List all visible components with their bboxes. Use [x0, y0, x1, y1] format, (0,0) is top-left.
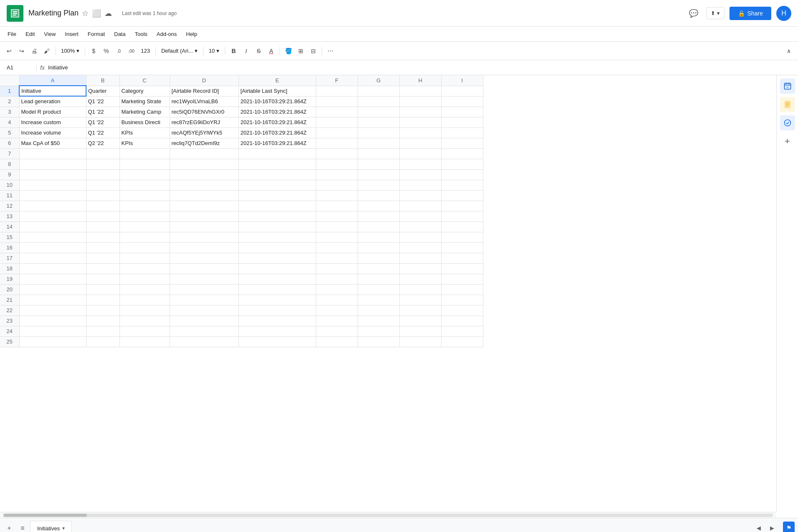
cell-G11[interactable]	[358, 190, 399, 201]
cell-G6[interactable]	[358, 138, 399, 148]
cell-D4[interactable]: rec87rzEG9iiDoYRJ	[170, 117, 239, 127]
menu-insert[interactable]: Insert	[61, 29, 83, 39]
cell-D10[interactable]	[170, 180, 239, 190]
cell-A2[interactable]: Lead generation	[19, 96, 86, 107]
font-family-select[interactable]: Default (Ari... ▾	[158, 45, 201, 57]
cell-B24[interactable]	[86, 326, 119, 336]
cell-C11[interactable]	[119, 190, 170, 201]
cell-C16[interactable]	[119, 242, 170, 253]
cell-H5[interactable]	[399, 127, 441, 138]
cell-C9[interactable]	[119, 169, 170, 180]
cell-D12[interactable]	[170, 201, 239, 211]
cell-I6[interactable]	[441, 138, 483, 148]
cell-F24[interactable]	[316, 326, 358, 336]
cell-E12[interactable]	[239, 201, 316, 211]
cell-D21[interactable]	[170, 295, 239, 305]
cell-B11[interactable]	[86, 190, 119, 201]
cell-D3[interactable]: rec5iQD76ENVhGXr0	[170, 107, 239, 117]
cell-E21[interactable]	[239, 295, 316, 305]
cell-A21[interactable]	[19, 295, 86, 305]
undo-button[interactable]: ↩	[3, 45, 15, 57]
cell-I25[interactable]	[441, 336, 483, 347]
sidebar-tasks-icon[interactable]	[780, 115, 795, 130]
cell-H9[interactable]	[399, 169, 441, 180]
cell-A11[interactable]	[19, 190, 86, 201]
cell-A24[interactable]	[19, 326, 86, 336]
cell-B21[interactable]	[86, 295, 119, 305]
col-header-C[interactable]: C	[119, 75, 170, 86]
cell-G9[interactable]	[358, 169, 399, 180]
cell-B13[interactable]	[86, 211, 119, 221]
cell-B2[interactable]: Q1 '22	[86, 96, 119, 107]
cell-G21[interactable]	[358, 295, 399, 305]
cell-E25[interactable]	[239, 336, 316, 347]
cell-H16[interactable]	[399, 242, 441, 253]
cell-C1[interactable]: Category	[119, 86, 170, 96]
cell-B19[interactable]	[86, 274, 119, 284]
cell-H3[interactable]	[399, 107, 441, 117]
cell-A1[interactable]: Initiative	[19, 86, 86, 96]
cell-I22[interactable]	[441, 305, 483, 316]
share-button[interactable]: 🔒 Share	[729, 7, 771, 20]
cell-D2[interactable]: rec1WyoILVrnaLB6	[170, 96, 239, 107]
row-header-7[interactable]: 7	[0, 148, 19, 159]
cell-G16[interactable]	[358, 242, 399, 253]
cell-G17[interactable]	[358, 253, 399, 263]
user-avatar[interactable]: H	[776, 6, 791, 21]
cell-C23[interactable]	[119, 316, 170, 326]
cell-H1[interactable]	[399, 86, 441, 96]
cell-G4[interactable]	[358, 117, 399, 127]
cell-B9[interactable]	[86, 169, 119, 180]
cell-E1[interactable]: [Airtable Last Sync]	[239, 86, 316, 96]
cell-A14[interactable]	[19, 221, 86, 232]
cell-G19[interactable]	[358, 274, 399, 284]
row-header-21[interactable]: 21	[0, 295, 19, 305]
cell-C14[interactable]	[119, 221, 170, 232]
history-button[interactable]: ⬆ ▾	[706, 7, 724, 19]
row-header-19[interactable]: 19	[0, 274, 19, 284]
cell-B10[interactable]	[86, 180, 119, 190]
cell-D17[interactable]	[170, 253, 239, 263]
cell-D20[interactable]	[170, 284, 239, 295]
cell-F2[interactable]	[316, 96, 358, 107]
cell-F25[interactable]	[316, 336, 358, 347]
cell-A22[interactable]	[19, 305, 86, 316]
grid-wrapper[interactable]: A B C D E F G H I 1InitiativeQuarterCate…	[0, 75, 776, 512]
cell-I3[interactable]	[441, 107, 483, 117]
cell-E14[interactable]	[239, 221, 316, 232]
cell-reference-input[interactable]	[3, 64, 37, 71]
menu-data[interactable]: Data	[110, 29, 130, 39]
cell-H11[interactable]	[399, 190, 441, 201]
col-header-F[interactable]: F	[316, 75, 358, 86]
cell-E3[interactable]: 2021-10-16T03:29:21.864Z	[239, 107, 316, 117]
row-header-5[interactable]: 5	[0, 127, 19, 138]
cell-B6[interactable]: Q2 '22	[86, 138, 119, 148]
col-header-A[interactable]: A	[19, 75, 86, 86]
menu-addons[interactable]: Add-ons	[152, 29, 181, 39]
cell-F13[interactable]	[316, 211, 358, 221]
app-icon[interactable]	[7, 5, 23, 22]
cell-F23[interactable]	[316, 316, 358, 326]
cell-A16[interactable]	[19, 242, 86, 253]
cell-I17[interactable]	[441, 253, 483, 263]
cell-F18[interactable]	[316, 263, 358, 274]
cell-E6[interactable]: 2021-10-16T03:29:21.864Z	[239, 138, 316, 148]
cell-G18[interactable]	[358, 263, 399, 274]
col-header-I[interactable]: I	[441, 75, 483, 86]
row-header-10[interactable]: 10	[0, 180, 19, 190]
percent-button[interactable]: %	[100, 45, 112, 57]
cell-C18[interactable]	[119, 263, 170, 274]
cell-H19[interactable]	[399, 274, 441, 284]
row-header-2[interactable]: 2	[0, 96, 19, 107]
cell-E10[interactable]	[239, 180, 316, 190]
cell-C17[interactable]	[119, 253, 170, 263]
print-button[interactable]: 🖨	[28, 45, 40, 57]
cell-G15[interactable]	[358, 232, 399, 242]
row-header-6[interactable]: 6	[0, 138, 19, 148]
cell-A17[interactable]	[19, 253, 86, 263]
cell-D22[interactable]	[170, 305, 239, 316]
cell-A8[interactable]	[19, 159, 86, 169]
sidebar-calendar-icon[interactable]: 31	[780, 79, 795, 94]
cell-G5[interactable]	[358, 127, 399, 138]
cell-I15[interactable]	[441, 232, 483, 242]
